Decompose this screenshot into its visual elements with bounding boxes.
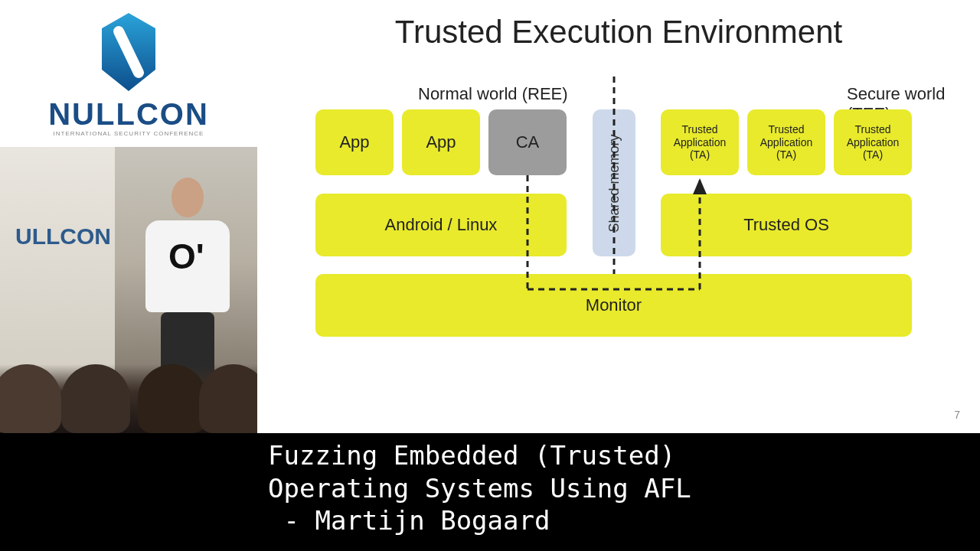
caption-line3: - Martijn Bogaard [268, 505, 550, 536]
ta1-line3: (TA) [674, 148, 727, 161]
ta2-line2: Application [760, 136, 813, 149]
box-ta3: Trusted Application (TA) [834, 109, 912, 175]
ta3-line2: Application [847, 136, 900, 149]
badge-subtitle: INTERNATIONAL SECURITY CONFERENCE [54, 130, 204, 137]
caption-line1: Fuzzing Embedded (Trusted) [268, 440, 675, 471]
box-app1: App [315, 109, 394, 175]
box-ca: CA [488, 109, 567, 175]
presentation-slide: Trusted Execution Environment Normal wor… [257, 0, 980, 433]
ta1-line2: Application [674, 136, 727, 149]
audience-shadow [0, 364, 257, 433]
talk-caption: Fuzzing Embedded (Trusted) Operating Sys… [257, 433, 980, 551]
ta2-line1: Trusted [760, 123, 813, 136]
badge-wordmark: NULLCON [48, 97, 209, 132]
ta2-line3: (TA) [760, 148, 813, 161]
box-ta2: Trusted Application (TA) [747, 109, 825, 175]
video-frame: NULLCON INTERNATIONAL SECURITY CONFERENC… [0, 0, 980, 551]
box-shared-memory: Shared memory [593, 109, 635, 256]
shared-memory-label: Shared memory [606, 134, 622, 232]
nullcon-logo-icon [94, 10, 163, 94]
ta1-line1: Trusted [674, 123, 727, 136]
ta3-line1: Trusted [847, 123, 900, 136]
conference-badge: NULLCON INTERNATIONAL SECURITY CONFERENC… [0, 0, 257, 147]
ta3-line3: (TA) [847, 148, 900, 161]
camera-feed: ULLCON [0, 147, 257, 433]
slide-page-number: 7 [954, 409, 960, 421]
section-label-ree: Normal world (REE) [418, 84, 568, 104]
stage-banner-logo: ULLCON [15, 223, 111, 249]
box-os-left: Android / Linux [315, 194, 567, 256]
caption-line2: Operating Systems Using AFL [268, 473, 691, 504]
box-ta1: Trusted Application (TA) [661, 109, 739, 175]
slide-title: Trusted Execution Environment [257, 14, 980, 51]
box-app2: App [402, 109, 480, 175]
box-monitor: Monitor [315, 274, 912, 337]
presenter-silhouette [145, 178, 230, 392]
box-os-right: Trusted OS [661, 194, 912, 256]
